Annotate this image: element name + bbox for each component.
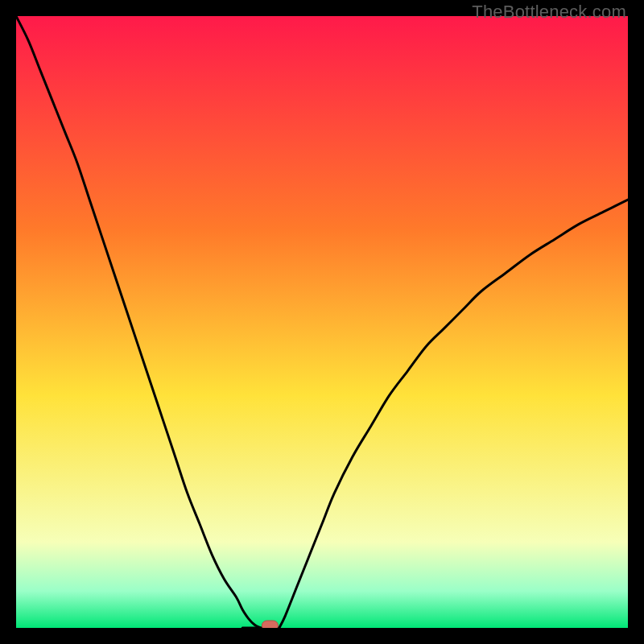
watermark-text: TheBottleneck.com [472,2,626,23]
gradient-background [16,16,628,628]
bottleneck-chart [16,16,628,628]
optimal-marker [262,621,278,628]
app-frame: TheBottleneck.com [0,0,644,644]
plot-area [16,16,628,628]
